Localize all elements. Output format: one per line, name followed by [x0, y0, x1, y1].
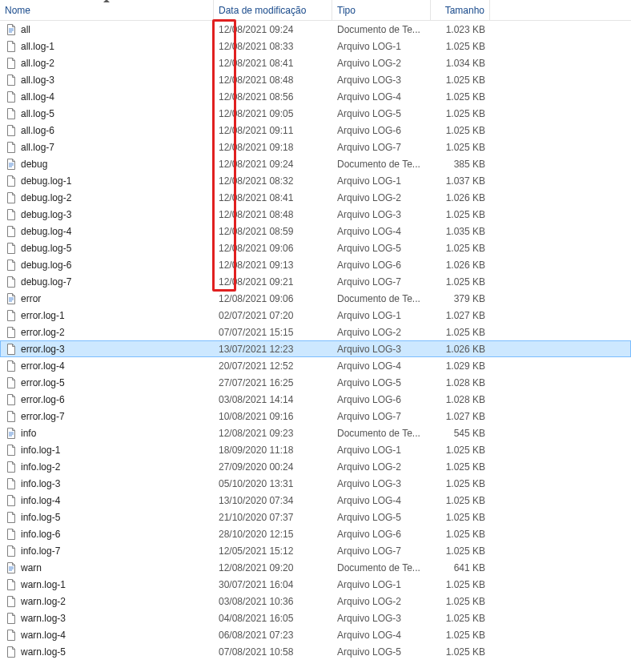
file-row[interactable]: debug.log-412/08/2021 08:59Arquivo LOG-4… [0, 223, 631, 239]
file-name-label: all.log-1 [21, 41, 54, 52]
file-name-label: warn.log-5 [21, 646, 66, 658]
file-date-cell: 12/08/2021 08:48 [214, 209, 332, 220]
file-row[interactable]: info.log-628/10/2020 12:15Arquivo LOG-61… [0, 525, 631, 542]
file-row[interactable]: error12/08/2021 09:06Documento de Te...3… [0, 290, 631, 307]
file-date-cell: 12/08/2021 08:48 [214, 74, 332, 86]
file-size-cell: 1.037 KB [431, 175, 490, 187]
column-header-type[interactable]: Tipo [332, 0, 431, 20]
file-date-cell: 12/08/2021 09:06 [214, 293, 332, 304]
generic-file-icon [5, 612, 18, 625]
file-row[interactable]: debug.log-312/08/2021 08:48Arquivo LOG-3… [0, 206, 631, 223]
file-row[interactable]: all.log-712/08/2021 09:18Arquivo LOG-71.… [0, 139, 631, 155]
file-row[interactable]: all12/08/2021 09:24Documento de Te...1.0… [0, 21, 631, 38]
file-name-label: info.log-5 [21, 512, 60, 523]
file-row[interactable]: all.log-312/08/2021 08:48Arquivo LOG-31.… [0, 71, 631, 88]
generic-file-icon [5, 326, 18, 339]
file-date-cell: 12/08/2021 08:41 [214, 192, 332, 203]
file-row[interactable]: info12/08/2021 09:23Documento de Te...54… [0, 425, 631, 441]
file-row[interactable]: all.log-112/08/2021 08:33Arquivo LOG-11.… [0, 38, 631, 54]
generic-file-icon [5, 494, 18, 507]
file-row[interactable]: warn.log-130/07/2021 16:04Arquivo LOG-11… [0, 576, 631, 593]
file-size-cell: 1.025 KB [431, 108, 490, 119]
file-type-cell: Arquivo LOG-1 [332, 175, 431, 187]
generic-file-icon [5, 629, 18, 642]
file-size-cell: 1.025 KB [431, 630, 490, 641]
column-header-date[interactable]: Data de modificação [214, 0, 332, 20]
file-row[interactable]: warn12/08/2021 09:20Documento de Te...64… [0, 559, 631, 576]
file-date-cell: 27/07/2021 16:25 [214, 377, 332, 388]
file-row[interactable]: info.log-712/05/2021 15:12Arquivo LOG-71… [0, 542, 631, 559]
file-type-cell: Arquivo LOG-6 [332, 125, 431, 136]
text-file-icon [5, 23, 18, 36]
file-name-label: info [21, 428, 36, 439]
file-name-label: all.log-3 [21, 74, 54, 86]
file-row[interactable]: error.log-603/08/2021 14:14Arquivo LOG-6… [0, 391, 631, 408]
file-row[interactable]: warn.log-507/08/2021 10:58Arquivo LOG-51… [0, 643, 631, 660]
file-row[interactable]: info.log-413/10/2020 07:34Arquivo LOG-41… [0, 492, 631, 509]
file-date-cell: 12/08/2021 09:06 [214, 243, 332, 254]
file-type-cell: Arquivo LOG-4 [332, 630, 431, 641]
generic-file-icon [5, 74, 18, 87]
file-type-cell: Arquivo LOG-1 [332, 445, 431, 456]
file-row[interactable]: all.log-412/08/2021 08:56Arquivo LOG-41.… [0, 88, 631, 105]
file-row[interactable]: debug.log-612/08/2021 09:13Arquivo LOG-6… [0, 256, 631, 273]
file-date-cell: 13/10/2020 07:34 [214, 495, 332, 506]
column-header-size[interactable]: Tamanho [431, 0, 490, 20]
file-name-label: error.log-4 [21, 360, 65, 372]
file-name-label: error.log-1 [21, 310, 65, 321]
file-row[interactable]: all.log-512/08/2021 09:05Arquivo LOG-51.… [0, 105, 631, 122]
file-name-cell: error.log-7 [0, 410, 214, 423]
generic-file-icon [5, 242, 18, 255]
file-date-cell: 10/08/2021 09:16 [214, 411, 332, 422]
file-row[interactable]: warn.log-203/08/2021 10:36Arquivo LOG-21… [0, 593, 631, 610]
file-row[interactable]: info.log-521/10/2020 07:37Arquivo LOG-51… [0, 509, 631, 525]
file-name-label: error.log-3 [21, 344, 65, 355]
file-size-cell: 1.029 KB [431, 360, 490, 372]
file-row[interactable]: info.log-227/09/2020 00:24Arquivo LOG-21… [0, 458, 631, 475]
file-row[interactable]: debug.log-112/08/2021 08:32Arquivo LOG-1… [0, 172, 631, 189]
file-type-cell: Documento de Te... [332, 562, 431, 573]
file-name-cell: all.log-1 [0, 40, 214, 53]
file-name-cell: info.log-4 [0, 494, 214, 507]
file-type-cell: Arquivo LOG-2 [332, 192, 431, 203]
file-name-label: debug.log-4 [21, 226, 71, 237]
file-size-cell: 545 KB [431, 428, 490, 439]
file-type-cell: Arquivo LOG-2 [332, 58, 431, 69]
file-type-cell: Documento de Te... [332, 428, 431, 439]
generic-file-icon [5, 191, 18, 204]
file-name-label: warn.log-1 [21, 579, 66, 590]
file-row[interactable]: debug.log-712/08/2021 09:21Arquivo LOG-7… [0, 273, 631, 290]
file-size-cell: 1.027 KB [431, 411, 490, 422]
file-row[interactable]: error.log-207/07/2021 15:15Arquivo LOG-2… [0, 324, 631, 340]
file-date-cell: 30/07/2021 16:04 [214, 579, 332, 590]
file-type-cell: Documento de Te... [332, 24, 431, 35]
sort-ascending-icon [103, 0, 110, 2]
file-row[interactable]: error.log-710/08/2021 09:16Arquivo LOG-7… [0, 408, 631, 425]
file-size-cell: 1.026 KB [431, 260, 490, 271]
file-row[interactable]: error.log-527/07/2021 16:25Arquivo LOG-5… [0, 374, 631, 391]
file-row[interactable]: debug.log-212/08/2021 08:41Arquivo LOG-2… [0, 189, 631, 206]
file-name-cell: error.log-4 [0, 360, 214, 372]
file-date-cell: 27/09/2020 00:24 [214, 461, 332, 473]
file-row[interactable]: debug12/08/2021 09:24Documento de Te...3… [0, 155, 631, 172]
file-row[interactable]: all.log-612/08/2021 09:11Arquivo LOG-61.… [0, 122, 631, 139]
file-row[interactable]: warn.log-406/08/2021 07:23Arquivo LOG-41… [0, 626, 631, 643]
file-row[interactable]: warn.log-304/08/2021 16:05Arquivo LOG-31… [0, 610, 631, 626]
file-name-label: warn.log-3 [21, 613, 66, 624]
file-size-cell: 1.028 KB [431, 377, 490, 388]
file-row[interactable]: info.log-305/10/2020 13:31Arquivo LOG-31… [0, 475, 631, 492]
file-row[interactable]: info.log-118/09/2020 11:18Arquivo LOG-11… [0, 441, 631, 458]
column-header-name[interactable]: Nome [0, 0, 214, 20]
file-row[interactable]: all.log-212/08/2021 08:41Arquivo LOG-21.… [0, 54, 631, 71]
file-name-cell: warn [0, 561, 214, 574]
file-type-cell: Arquivo LOG-4 [332, 495, 431, 506]
file-date-cell: 03/08/2021 14:14 [214, 394, 332, 405]
file-name-label: all [21, 24, 30, 35]
file-row[interactable]: error.log-313/07/2021 12:23Arquivo LOG-3… [0, 340, 631, 357]
file-row[interactable]: error.log-102/07/2021 07:20Arquivo LOG-1… [0, 307, 631, 324]
file-row[interactable]: error.log-420/07/2021 12:52Arquivo LOG-4… [0, 357, 631, 374]
generic-file-icon [5, 40, 18, 53]
file-type-cell: Arquivo LOG-3 [332, 74, 431, 86]
file-row[interactable]: debug.log-512/08/2021 09:06Arquivo LOG-5… [0, 239, 631, 256]
file-date-cell: 07/08/2021 10:58 [214, 646, 332, 658]
